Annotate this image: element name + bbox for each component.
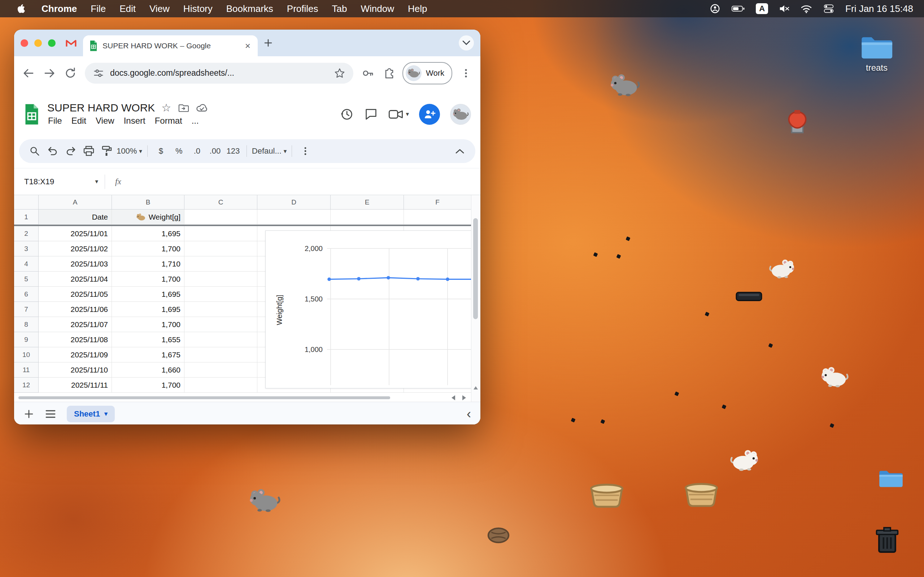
menubar-item[interactable]: Window [354, 0, 401, 17]
row-header[interactable]: 5 [14, 272, 39, 287]
meet-button[interactable]: ▾ [388, 108, 409, 121]
collapse-toolbar-icon[interactable] [452, 142, 468, 160]
grid-corner-cell[interactable] [14, 195, 39, 210]
weight-chart[interactable]: 2,0001,5001,000 Weight[g] [265, 230, 472, 388]
sheets-logo[interactable] [23, 103, 40, 126]
redo-icon[interactable] [63, 142, 79, 160]
menubar-item[interactable]: History [176, 0, 220, 17]
sheetbar-scroll-left-icon[interactable]: ‹ [467, 408, 471, 421]
menubar-item[interactable]: Bookmarks [220, 0, 280, 17]
row-header[interactable]: 4 [14, 256, 39, 272]
cell-weight[interactable]: 1,660 [112, 363, 184, 377]
bowl-icon[interactable] [587, 481, 627, 511]
cell[interactable] [184, 302, 257, 317]
sheets-menu-item[interactable]: Insert [119, 115, 150, 127]
cell-date[interactable]: 2025/11/02 [39, 241, 112, 256]
cell-weight[interactable]: 1,710 [112, 256, 184, 272]
fullscreen-window-button[interactable] [48, 39, 56, 47]
cell[interactable] [184, 210, 257, 225]
row-header[interactable]: 11 [14, 363, 39, 377]
menubar-item[interactable]: Edit [113, 0, 142, 17]
scroll-right-arrow-icon[interactable] [462, 395, 466, 400]
tray-icon[interactable] [736, 291, 762, 303]
column-header-f[interactable]: F [404, 195, 472, 210]
sheets-menu-item[interactable]: File [47, 115, 67, 127]
formula-input[interactable] [129, 168, 476, 195]
forward-button[interactable] [40, 64, 59, 82]
search-menus-icon[interactable] [26, 142, 43, 160]
column-header-c[interactable]: C [184, 195, 257, 210]
row-header[interactable]: 6 [14, 287, 39, 302]
vertical-scrollbar-thumb[interactable] [473, 218, 478, 319]
move-folder-icon[interactable] [178, 103, 189, 113]
comments-icon[interactable] [364, 107, 378, 121]
cell-date[interactable]: 2025/11/08 [39, 332, 112, 347]
sheets-menu-item[interactable]: Format [150, 115, 187, 127]
cell-weight[interactable]: 1,675 [112, 347, 184, 363]
toolbar-more-icon[interactable] [297, 142, 313, 160]
row-header[interactable]: 12 [14, 377, 39, 393]
battery-icon[interactable] [731, 3, 745, 14]
extensions-icon[interactable] [380, 64, 398, 82]
tab-close-icon[interactable]: × [244, 40, 252, 52]
increase-decimals-button[interactable]: .00 [207, 142, 223, 160]
row-header[interactable]: 1 [14, 210, 39, 225]
new-tab-button[interactable] [263, 29, 274, 56]
row-header[interactable]: 10 [14, 347, 39, 363]
format-currency-button[interactable]: $ [153, 142, 169, 160]
desktop-folder-treats[interactable]: treats [857, 35, 897, 73]
sheets-menu-item[interactable]: Edit [67, 115, 91, 127]
cell[interactable] [331, 210, 404, 225]
cell-date[interactable]: 2025/11/07 [39, 317, 112, 332]
row-header[interactable]: 8 [14, 317, 39, 332]
cell[interactable] [184, 347, 257, 363]
profile-chip[interactable]: Work [402, 62, 452, 84]
column-header-e[interactable]: E [331, 195, 404, 210]
cell-date[interactable]: 2025/11/09 [39, 347, 112, 363]
sheet-tab-sheet1[interactable]: Sheet1 ▾ [67, 406, 115, 422]
cell[interactable] [184, 256, 257, 272]
cell[interactable] [184, 226, 257, 241]
row-header[interactable]: 9 [14, 332, 39, 347]
mute-icon[interactable] [779, 4, 790, 13]
browser-tab-active[interactable]: SUPER HARD WORK – Google × [83, 35, 258, 56]
paint-format-icon[interactable] [99, 142, 115, 160]
share-button[interactable] [419, 104, 440, 125]
font-select[interactable]: Defaul...▾ [252, 142, 287, 160]
cell-weight[interactable]: 1,700 [112, 377, 184, 393]
password-key-icon[interactable] [359, 64, 377, 82]
menubar-item[interactable]: Help [401, 0, 434, 17]
cell-date[interactable]: 2025/11/05 [39, 287, 112, 302]
cell[interactable] [184, 363, 257, 377]
document-title[interactable]: SUPER HARD WORK [47, 102, 155, 114]
scroll-left-arrow-icon[interactable] [452, 395, 455, 400]
cell-weight[interactable]: 1,695 [112, 302, 184, 317]
menubar-clock[interactable]: Fri Jan 16 15:48 [845, 3, 913, 15]
add-sheet-button[interactable] [23, 409, 34, 419]
browser-menu-icon[interactable] [457, 64, 475, 82]
version-history-icon[interactable] [339, 107, 354, 121]
sheets-menu-item[interactable]: ... [187, 115, 204, 127]
column-header-b[interactable]: B [112, 195, 184, 210]
minimize-window-button[interactable] [34, 39, 42, 47]
desktop-folder-small[interactable] [876, 469, 905, 490]
row-header[interactable]: 3 [14, 241, 39, 256]
hamster-icon[interactable] [609, 74, 640, 98]
back-button[interactable] [19, 64, 38, 82]
cell-weight[interactable]: 1,695 [112, 287, 184, 302]
hamster-icon[interactable] [730, 449, 759, 473]
input-source-icon[interactable]: A [756, 3, 768, 14]
cell[interactable] [184, 332, 257, 347]
menubar-status-icon[interactable] [709, 3, 720, 14]
apple-menu-icon[interactable] [10, 3, 32, 14]
seed-large-icon[interactable] [487, 527, 510, 545]
trash-bin-icon[interactable] [873, 527, 901, 556]
decrease-decimals-button[interactable]: .0 [189, 142, 205, 160]
menubar-item[interactable]: Chrome [35, 0, 84, 17]
hamster-icon[interactable] [248, 488, 281, 514]
menubar-item[interactable]: Tab [325, 0, 354, 17]
reload-button[interactable] [61, 64, 80, 82]
horizontal-scrollbar-thumb[interactable] [18, 396, 390, 399]
cell-a1[interactable]: Date [39, 210, 112, 225]
cell[interactable] [257, 210, 331, 225]
